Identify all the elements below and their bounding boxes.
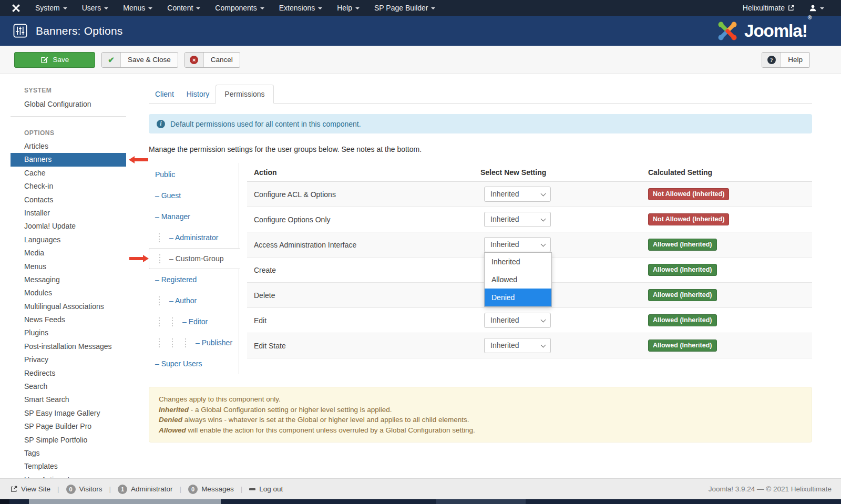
user-group-tab[interactable]: – Publisher [149,332,239,353]
setting-select[interactable]: Inherited [484,313,551,328]
template-preview-link[interactable]: Helixultimate [735,0,802,16]
user-menu[interactable] [802,0,832,16]
chevron-down-icon [355,7,360,9]
setting-select[interactable]: Inherited [484,187,551,202]
setting-select[interactable]: Inherited [484,338,551,353]
status-stat-link[interactable]: 0 Messages [188,485,234,494]
logout-label: Log out [259,485,283,493]
count-badge: 0 [66,485,76,494]
chevron-down-icon [318,7,322,9]
sidebar-item[interactable]: Privacy [11,353,126,366]
setting-select[interactable]: Inherited [484,212,551,227]
note-line: Allowed will enable the action for this … [159,425,802,436]
sidebar-item[interactable]: Templates [11,460,126,473]
sidebar-item[interactable]: Banners [11,153,126,166]
menu-item[interactable]: Extensions [272,0,330,16]
sidebar-item[interactable]: News Feeds [11,313,126,326]
menu-item-label: System [35,4,60,12]
sidebar-item[interactable]: Contacts [11,193,126,207]
note-line: Inherited - a Global Configuration setti… [159,405,802,415]
sidebar-item[interactable]: SP Page Builder Pro [11,420,126,433]
menu-item-label: Content [167,4,193,12]
menu-item-label: Extensions [279,4,315,12]
sidebar-item[interactable]: Plugins [11,326,126,340]
user-group-tab[interactable]: – Custom-Group [149,248,240,269]
page-title: Banners: Options [36,25,122,37]
chevron-down-icon [820,7,824,9]
header-select-new-setting: Select New Setting [475,168,606,177]
dropdown-option[interactable]: Allowed [485,271,551,289]
dropdown-option[interactable]: Denied [485,289,551,306]
user-group-tab[interactable]: – Editor [149,311,239,332]
user-group-tab[interactable]: – Manager [149,206,239,227]
help-button[interactable]: ? Help [762,52,810,68]
menu-item[interactable]: Menus [116,0,160,16]
view-site-link[interactable]: View Site [11,485,50,493]
sidebar-item[interactable]: Articles [11,140,126,153]
menu-item[interactable]: SP Page Builder [367,0,443,16]
menu-item-label: Menus [123,4,145,12]
sidebar-item[interactable]: Search [11,380,126,393]
note-line: Changes apply to this component only. [159,394,802,405]
sidebar-item[interactable]: Installer [11,207,126,220]
menu-item[interactable]: Components [208,0,271,16]
save-button[interactable]: Save [14,52,95,68]
user-group-tab[interactable]: Public [149,164,239,185]
sidebar-heading-system: SYSTEM [24,87,147,94]
logout-link[interactable]: Log out [249,485,283,493]
sidebar-item[interactable]: User Actions Log [11,474,126,478]
chevron-down-icon [541,191,546,197]
save-close-button[interactable]: ✔ Save & Close [101,52,178,68]
sidebar-item[interactable]: Languages [11,233,126,246]
sidebar-item[interactable]: Check-in [11,180,126,193]
menu-item[interactable]: System [28,0,75,16]
sidebar-item[interactable]: Joomla! Update [11,220,126,233]
sidebar-item[interactable]: Smart Search [11,393,126,406]
dropdown-option[interactable]: Inherited [485,253,551,271]
user-group-tab[interactable]: – Guest [149,185,239,206]
action-label: Configure Options Only [247,215,475,224]
external-link-icon [788,5,794,11]
table-row: Configure Options Only Inherited Not All… [247,207,812,232]
setting-select[interactable]: Inherited [484,237,551,252]
calculated-setting-badge: Allowed (Inherited) [648,314,717,326]
sidebar-item[interactable]: Post-installation Messages [11,340,126,353]
joomla-logo-icon [12,4,20,13]
sidebar-item[interactable]: Tags [11,447,126,460]
sidebar-item-global-configuration[interactable]: Global Configuration [24,97,147,111]
sidebar-item[interactable]: Menus [11,260,126,273]
menu-item-label: SP Page Builder [374,4,428,12]
sidebar-divider [11,116,126,117]
menu-item[interactable]: Content [160,0,208,16]
tab[interactable]: Client [149,85,180,103]
action-label: Configure ACL & Options [247,190,475,199]
version-copyright: Joomla! 3.9.24 — © 2021 Helixultimate [709,485,841,493]
user-group-tab[interactable]: – Registered [149,269,239,290]
sidebar-item[interactable]: SP Easy Image Gallery [11,407,126,420]
sidebar-item[interactable]: Cache [11,167,126,180]
user-group-tab[interactable]: – Author [149,290,239,311]
title-bar: Banners: Options Joomla!® [0,16,841,46]
cancel-button[interactable]: × Cancel [184,52,240,68]
status-stat-link[interactable]: 0 Visitors [66,485,102,494]
sidebar-item[interactable]: Media [11,246,126,260]
status-stat-link[interactable]: 1 Administrator [118,485,173,494]
note-text: always wins - whatever is set at the Glo… [182,416,469,424]
tab[interactable]: History [180,85,216,103]
user-group-tab[interactable]: – Administrator [149,227,239,248]
sidebar-item[interactable]: Modules [11,286,126,300]
save-close-label: Save & Close [121,56,178,64]
menu-item-label: Help [337,4,352,12]
sidebar-item[interactable]: Multilingual Associations [11,300,126,313]
tab[interactable]: Permissions [216,85,273,104]
sidebar-item[interactable]: Redirects [11,367,126,380]
sidebar: SYSTEM Global Configuration OPTIONS Arti… [0,74,147,478]
user-group-tab[interactable]: – Super Users [149,353,239,374]
menu-item[interactable]: Help [330,0,367,16]
header-action: Action [247,168,475,177]
admin-menu-bar: System Users Menus Content Components [0,0,841,16]
sidebar-heading-options: OPTIONS [24,129,147,137]
menu-item[interactable]: Users [75,0,116,16]
sidebar-item[interactable]: Messaging [11,273,126,286]
sidebar-item[interactable]: SP Simple Portfolio [11,434,126,447]
